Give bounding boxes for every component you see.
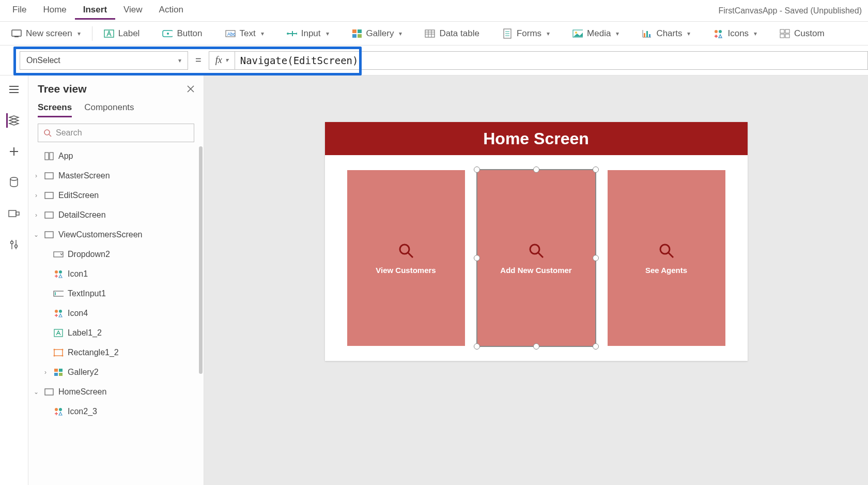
canvas-header[interactable]: Home Screen: [325, 122, 748, 155]
tree-caret-icon[interactable]: [42, 329, 49, 337]
svg-point-78: [59, 408, 62, 411]
ribbon-input[interactable]: Input ▾: [287, 26, 329, 41]
selection-handle[interactable]: [474, 166, 480, 173]
ribbon-button-label: Button: [177, 28, 202, 39]
svg-rect-76: [45, 389, 53, 395]
svg-point-31: [715, 30, 718, 33]
selection-handle[interactable]: [474, 343, 480, 350]
ribbon-gallery[interactable]: Gallery ▾: [352, 26, 402, 41]
tree-caret-icon[interactable]: [42, 251, 49, 258]
ribbon-button[interactable]: Button: [162, 26, 202, 41]
rail-tree-view[interactable]: [6, 113, 22, 128]
tree-scrollbar[interactable]: [199, 146, 203, 374]
rail-insert[interactable]: [6, 144, 22, 159]
tree-caret-icon[interactable]: ›: [33, 172, 40, 179]
app-canvas[interactable]: Home Screen View CustomersAdd New Custom…: [325, 122, 748, 361]
tree-node-label: EditScreen: [58, 191, 99, 200]
tree-node-homescreen[interactable]: ⌄HomeScreen: [28, 382, 204, 402]
ribbon-icons[interactable]: Icons ▾: [713, 26, 757, 41]
tree-node-label: DetailScreen: [58, 210, 106, 220]
tree-caret-icon[interactable]: [42, 349, 49, 356]
svg-rect-72: [54, 369, 58, 372]
canvas-card-see-agents[interactable]: See Agents: [608, 170, 725, 346]
tree-caret-icon[interactable]: [33, 153, 40, 160]
canvas-area[interactable]: Home Screen View CustomersAdd New Custom…: [204, 75, 868, 485]
gallery-icon: [352, 28, 362, 39]
tree-caret-icon[interactable]: [42, 408, 49, 415]
canvas-card-add-new-customer[interactable]: Add New Customer: [477, 170, 595, 346]
data-table-icon: [425, 28, 435, 39]
tree-node-viewcustomersscreen[interactable]: ⌄ViewCustomersScreen: [28, 225, 204, 245]
rail-data[interactable]: [6, 175, 22, 190]
tree-node-masterscreen[interactable]: ›MasterScreen: [28, 166, 204, 186]
canvas-card-view-customers[interactable]: View Customers: [347, 170, 465, 346]
tree-node-icon2-3[interactable]: Icon2_3: [28, 402, 204, 421]
tree-caret-icon[interactable]: ›: [42, 369, 49, 376]
svg-rect-75: [59, 373, 63, 376]
tree-node-rectangle1-2[interactable]: Rectangle1_2: [28, 343, 204, 362]
ribbon-charts[interactable]: Charts ▾: [642, 26, 690, 41]
ribbon-custom[interactable]: Custom: [780, 26, 825, 41]
tree-caret-icon[interactable]: ⌄: [33, 231, 40, 238]
app-icon: [44, 151, 54, 161]
selection-handle[interactable]: [593, 166, 599, 173]
text-icon: Abc: [225, 28, 236, 39]
tree-node-textinput1[interactable]: TextInput1: [28, 284, 204, 304]
svg-point-32: [719, 30, 722, 33]
ribbon-new-screen[interactable]: New screen ▾: [11, 26, 81, 41]
ribbon-forms[interactable]: Forms ▾: [502, 26, 550, 41]
svg-point-48: [15, 245, 18, 248]
svg-rect-36: [785, 34, 789, 38]
menu-view[interactable]: View: [115, 2, 151, 20]
fx-button[interactable]: fx ▾: [209, 51, 235, 70]
tree-node-label: MasterScreen: [58, 171, 110, 180]
chevron-down-icon: ▾: [687, 30, 690, 37]
tree-node-editscreen[interactable]: ›EditScreen: [28, 186, 204, 205]
menu-action[interactable]: Action: [151, 2, 192, 20]
selection-handle[interactable]: [533, 343, 539, 350]
formula-input[interactable]: Navigate(EditScreen): [235, 51, 868, 70]
rail-hamburger[interactable]: [6, 82, 22, 97]
svg-point-60: [55, 270, 58, 274]
selection-handle[interactable]: [593, 343, 599, 350]
svg-rect-55: [45, 173, 53, 179]
menu-file[interactable]: File: [4, 2, 35, 20]
tree-caret-icon[interactable]: [42, 290, 49, 297]
tree-node-detailscreen[interactable]: ›DetailScreen: [28, 205, 204, 225]
tree-tab-screens[interactable]: Screens: [38, 102, 72, 117]
tree-node-icon4[interactable]: Icon4: [28, 304, 204, 323]
ribbon-label[interactable]: Label: [104, 26, 140, 41]
property-selector[interactable]: OnSelect ▾: [20, 51, 188, 70]
ribbon-media[interactable]: Media ▾: [572, 26, 619, 41]
tree-caret-icon[interactable]: [42, 310, 49, 317]
tree-tab-components[interactable]: Components: [84, 102, 134, 117]
tree-node-dropdown2[interactable]: Dropdown2: [28, 245, 204, 264]
svg-rect-67: [54, 350, 63, 356]
tree-caret-icon[interactable]: ›: [33, 192, 40, 199]
tree-node-icon1[interactable]: Icon1: [28, 264, 204, 284]
tree-node-app[interactable]: App: [28, 146, 204, 166]
tree-caret-icon[interactable]: ›: [33, 211, 40, 219]
gallery-icon: [53, 367, 64, 377]
rail-advanced[interactable]: [6, 237, 22, 252]
icon-icon: [53, 308, 64, 319]
ribbon-text[interactable]: Abc Text ▾: [225, 26, 264, 41]
tree-node-gallery2[interactable]: ›Gallery2: [28, 362, 204, 382]
tree-caret-icon[interactable]: [42, 270, 49, 278]
ribbon-custom-label: Custom: [794, 28, 825, 39]
menu-home[interactable]: Home: [35, 2, 74, 20]
svg-point-65: [59, 310, 62, 313]
tree-node-label1-2[interactable]: Label1_2: [28, 323, 204, 343]
label-icon: [53, 328, 64, 338]
input-icon: [287, 28, 297, 39]
selection-handle[interactable]: [593, 255, 599, 261]
menu-insert[interactable]: Insert: [75, 2, 115, 20]
tree-caret-icon[interactable]: ⌄: [33, 388, 40, 396]
rail-media[interactable]: [6, 206, 22, 221]
selection-handle[interactable]: [533, 166, 539, 173]
chevron-down-icon: ▾: [547, 30, 550, 37]
ribbon-data-table[interactable]: Data table: [425, 26, 479, 41]
tree-search[interactable]: Search: [38, 124, 194, 142]
tree-view-close[interactable]: [187, 85, 194, 93]
selection-handle[interactable]: [474, 255, 480, 261]
